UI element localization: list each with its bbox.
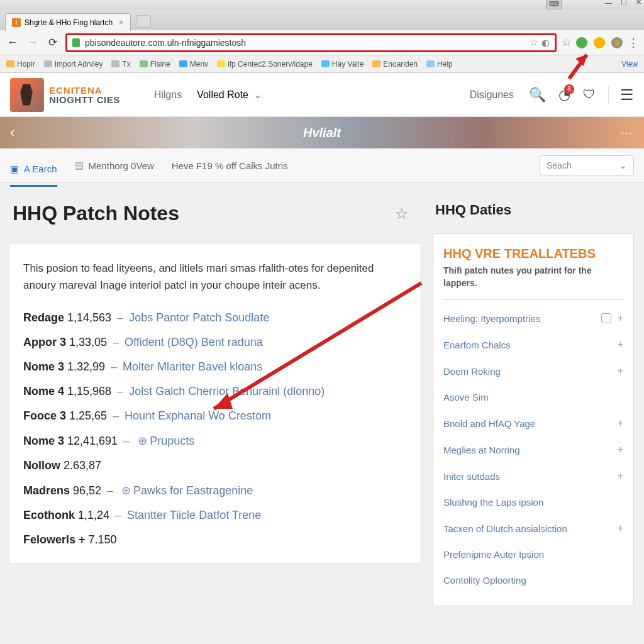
category-row[interactable]: Tacxen of Dlutch ansialsiction+: [443, 515, 623, 541]
bookmark-item[interactable]: Help: [426, 60, 453, 69]
shield-icon[interactable]: 🛡: [583, 87, 596, 102]
patch-version: 1,1,24: [78, 509, 109, 521]
patch-row: Nome 4 1,15,968 – Jolst Galch Cherrior B…: [23, 385, 407, 398]
patch-row: Fooce 3 1,25,65 – Hount Exphanal Wo Cres…: [23, 409, 407, 423]
category-link: Tacxen of Dlutch ansialsiction: [443, 523, 567, 534]
category-row[interactable]: Contolity Oploorting: [443, 567, 623, 593]
patch-link[interactable]: Pawks for Eastragenine: [133, 484, 253, 497]
category-row[interactable]: Prefenipme Auter Ipsion: [443, 541, 623, 567]
view-link[interactable]: View: [621, 60, 638, 69]
category-row[interactable]: Doem Roking+: [443, 358, 623, 384]
bookmark-star-icon[interactable]: ☆: [530, 37, 538, 48]
main-content: HHQ Patch Notes ☆ This posion to fead li…: [0, 183, 644, 606]
sidebar-title: HHQ Daties: [433, 202, 634, 218]
category-link: Enarfom Chalcs: [443, 340, 511, 350]
expand-plus-icon[interactable]: +: [618, 523, 623, 534]
close-window-icon[interactable]: ✕: [636, 0, 641, 6]
patch-label: Felowerls +: [23, 533, 89, 546]
expand-plus-icon[interactable]: +: [618, 444, 623, 455]
nav-volled-rote[interactable]: Volled Rote ⌄: [197, 89, 262, 101]
expand-plus-icon[interactable]: +: [618, 313, 623, 324]
subnav-tab-heve[interactable]: Heve F19 % off Calks Jutris: [172, 160, 288, 171]
reload-button[interactable]: ⟳: [45, 36, 60, 49]
close-tab-icon[interactable]: ×: [119, 18, 124, 27]
logo-text-2: NIOGHTT CIES: [49, 95, 120, 104]
banner-more-icon[interactable]: ⋯: [620, 125, 633, 140]
bookmark-label: Help: [437, 60, 453, 69]
category-row[interactable]: Slushng the Laps ipsion: [443, 489, 623, 515]
minimize-icon[interactable]: —: [605, 0, 612, 6]
back-button[interactable]: ←: [5, 36, 20, 49]
extension-icon[interactable]: [594, 37, 605, 48]
menu-hamburger-icon[interactable]: ☰: [608, 86, 634, 104]
bookmark-folder-icon: [140, 60, 148, 67]
sidebar-column: HHQ Daties HHQ VRE TREALLATEBS Thifi pat…: [433, 202, 634, 606]
bookmark-label: Hopir: [17, 60, 35, 69]
new-tab-button[interactable]: [136, 15, 151, 28]
category-list: Heeling: Ityerpomptries+Enarfom Chalcs+D…: [443, 305, 623, 593]
nav-hilgns[interactable]: Hilgns: [154, 89, 182, 101]
category-row[interactable]: Initer sutdads+: [443, 463, 623, 489]
sidebar-heading: HHQ VRE TREALLATEBS: [443, 247, 623, 261]
bookmark-item[interactable]: Enoariden: [372, 60, 418, 69]
browser-menu-icon[interactable]: ⋮: [628, 36, 639, 50]
search-icon[interactable]: 🔍: [529, 87, 546, 103]
maximize-icon[interactable]: ☐: [621, 0, 627, 6]
patch-link[interactable]: Offident (D8Q) Bent raduna: [125, 336, 263, 348]
bookmark-item[interactable]: ifp Centec2.Sonerv/idape: [217, 60, 313, 69]
address-bar[interactable]: pbisondeautore.com.uln-nfniggamiestosh ☆…: [65, 33, 557, 52]
patch-link[interactable]: Prupucts: [150, 435, 194, 447]
bookmark-item[interactable]: Menv: [179, 60, 208, 69]
patch-version: 1,15,968: [67, 385, 111, 397]
category-row[interactable]: Heeling: Ityerpomptries+: [443, 305, 623, 331]
browser-tabs: i Shgrte &·HHo Fing hlartch ×: [0, 9, 644, 30]
bookmark-folder-icon: [426, 60, 435, 67]
patch-link[interactable]: Molter Mlariter Bavel kloans: [123, 360, 262, 373]
bookmark-item[interactable]: Hay Valle: [321, 60, 364, 69]
category-link: Asove Sim: [443, 392, 489, 402]
expand-plus-icon[interactable]: +: [618, 365, 623, 377]
patch-link[interactable]: Jolst Galch Cherrior Benurainl (dlonno): [129, 385, 325, 397]
tab-title: Shgrte &·HHo Fing hlartch: [25, 18, 113, 27]
category-row[interactable]: Meglies at Norring+: [443, 436, 623, 463]
bookmark-item[interactable]: Flsine: [140, 60, 170, 69]
patch-version: 1.32,99: [67, 360, 105, 373]
patch-link[interactable]: Jobs Pantor Patch Soudlate: [129, 311, 269, 324]
search-dropdown[interactable]: Seach ⌄: [540, 155, 634, 175]
category-row[interactable]: Enarfom Chalcs+: [443, 331, 623, 358]
favorite-star-icon[interactable]: ☆: [395, 205, 409, 223]
extension-icon[interactable]: [611, 37, 623, 48]
reader-icon[interactable]: ◐: [541, 37, 550, 48]
patch-row: Nome 3 12,41,691 – ⊕Prupucts: [23, 434, 407, 448]
subnav-tab-menthorg[interactable]: ▤ Menthorg 0Vew: [75, 160, 154, 171]
extension-icon[interactable]: [576, 37, 587, 48]
bookmark-item[interactable]: Hopir: [6, 60, 35, 69]
keyboard-indicator-icon: ⌨: [546, 0, 562, 9]
chevron-down-icon: ⌄: [619, 160, 627, 170]
bookmark-button-icon[interactable]: ☆: [562, 36, 571, 49]
bookmark-item[interactable]: Tx: [111, 60, 130, 69]
browser-tab-active[interactable]: i Shgrte &·HHo Fing hlartch ×: [5, 13, 131, 31]
nav-disigunes[interactable]: Disigunes: [470, 89, 514, 101]
patch-version: 1,33,05: [69, 336, 107, 348]
expand-plus-icon[interactable]: +: [618, 339, 623, 350]
patch-link[interactable]: Stantter Tiicle Datfot Trene: [127, 509, 261, 521]
bookmark-item[interactable]: Import Adrvley: [44, 60, 103, 69]
banner-back-icon[interactable]: ‹: [10, 125, 14, 141]
category-link: Contolity Oploorting: [443, 575, 526, 586]
notifications-icon[interactable]: ◔ 8: [558, 87, 570, 103]
expand-plus-icon[interactable]: +: [618, 470, 623, 482]
category-row[interactable]: Bnold and HfAQ Yage+: [443, 410, 623, 436]
subnav-tab-aearch[interactable]: ▣ A Earch: [10, 155, 57, 187]
expand-plus-icon[interactable]: +: [618, 418, 623, 429]
site-logo[interactable]: ECNITENA NIOGHTT CIES: [10, 78, 120, 112]
patch-link-icon: ⊕: [121, 484, 131, 497]
patch-label: Appor 3: [23, 336, 69, 348]
patch-link[interactable]: Hount Exphanal Wo Crestom: [125, 409, 271, 422]
category-link: Initer sutdads: [443, 471, 500, 482]
forward-button[interactable]: →: [25, 36, 40, 49]
nav-dropdown-label: Volled Rote: [197, 89, 248, 101]
patch-version: 1,14,563: [67, 311, 111, 324]
category-row[interactable]: Asove Sim: [443, 384, 623, 410]
patch-label: Nome 3: [23, 360, 67, 373]
